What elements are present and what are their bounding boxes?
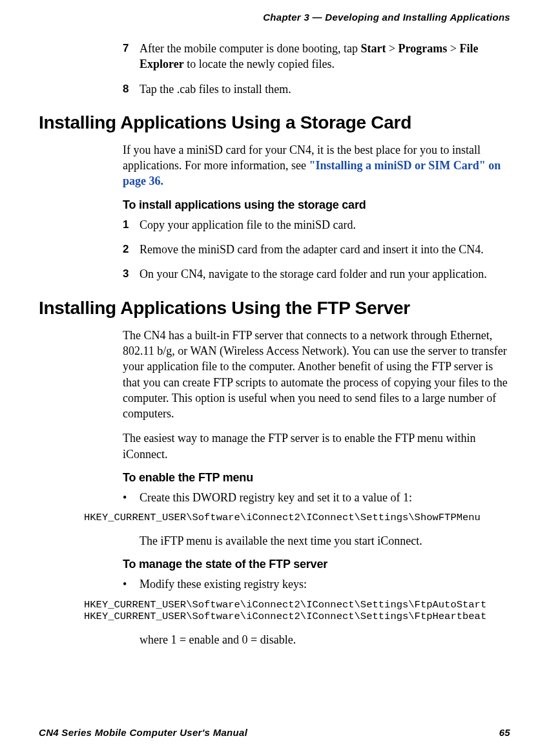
bullet-mark: • xyxy=(123,490,140,505)
subheading: To enable the FTP menu xyxy=(123,471,510,485)
step-2: 2 Remove the miniSD card from the adapte… xyxy=(123,242,510,257)
bold-run: Start xyxy=(360,42,386,55)
step-number: 2 xyxy=(123,242,140,257)
registry-key-code: HKEY_CURRENT_USER\Software\iConnect2\ICo… xyxy=(84,512,510,524)
step-text: Tap the .cab files to install them. xyxy=(140,81,510,97)
step-3: 3 On your CN4, navigate to the storage c… xyxy=(123,266,510,282)
bullet-item: • Create this DWORD registry key and set… xyxy=(123,490,510,505)
step-7: 7 After the mobile computer is done boot… xyxy=(123,41,510,72)
section-heading-ftp-server: Installing Applications Using the FTP Se… xyxy=(39,298,510,319)
main-content: 7 After the mobile computer is done boot… xyxy=(123,41,510,647)
bullet-mark: • xyxy=(123,576,140,592)
bold-run: Programs xyxy=(399,42,448,55)
footer-manual-title: CN4 Series Mobile Computer User's Manual xyxy=(39,727,247,738)
step-1: 1 Copy your application file to the mini… xyxy=(123,217,510,233)
footer-page-number: 65 xyxy=(499,727,510,738)
step-number: 8 xyxy=(123,81,140,97)
paragraph: The CN4 has a built-in FTP server that c… xyxy=(123,328,510,422)
subheading: To install applications using the storag… xyxy=(123,198,510,212)
step-text: Remove the miniSD card from the adapter … xyxy=(140,242,510,257)
subheading: To manage the state of the FTP server xyxy=(123,558,510,571)
step-number: 7 xyxy=(123,41,140,72)
bullet-text: Create this DWORD registry key and set i… xyxy=(140,490,510,505)
text-run: to locate the newly copied files. xyxy=(184,58,335,70)
section-heading-storage-card: Installing Applications Using a Storage … xyxy=(39,112,510,133)
paragraph: The iFTP menu is available the next time… xyxy=(140,533,510,549)
paragraph: where 1 = enable and 0 = disable. xyxy=(140,632,510,647)
step-number: 3 xyxy=(123,266,140,282)
text-run: > xyxy=(447,42,459,55)
step-text: On your CN4, navigate to the storage car… xyxy=(140,266,510,282)
step-8: 8 Tap the .cab files to install them. xyxy=(123,81,510,97)
paragraph: If you have a miniSD card for your CN4, … xyxy=(123,142,510,189)
step-number: 1 xyxy=(123,217,140,233)
page-footer: CN4 Series Mobile Computer User's Manual… xyxy=(39,727,510,738)
text-run: After the mobile computer is done bootin… xyxy=(140,42,360,55)
chapter-header: Chapter 3 — Developing and Installing Ap… xyxy=(39,12,510,23)
bullet-text: Modify these existing registry keys: xyxy=(140,576,510,592)
paragraph: The easiest way to manage the FTP server… xyxy=(123,430,510,462)
text-run: > xyxy=(386,42,398,55)
bullet-item: • Modify these existing registry keys: xyxy=(123,576,510,592)
registry-key-code: HKEY_CURRENT_USER\Software\iConnect2\ICo… xyxy=(84,599,510,623)
step-text: Copy your application file to the miniSD… xyxy=(140,217,510,233)
step-text: After the mobile computer is done bootin… xyxy=(140,41,510,72)
